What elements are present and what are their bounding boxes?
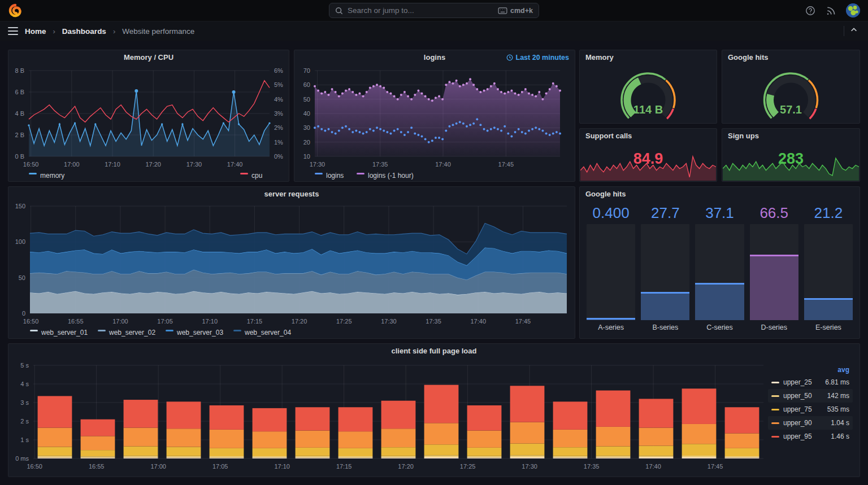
axis-label[interactable]: cpu <box>251 172 262 180</box>
logins-point[interactable] <box>552 132 554 134</box>
logins-point[interactable] <box>335 132 337 134</box>
logins-point[interactable] <box>462 123 465 125</box>
bar-segment-upper_25[interactable] <box>167 457 201 458</box>
logins-point[interactable] <box>386 131 388 133</box>
bar-segment-upper_90[interactable] <box>381 429 416 447</box>
logins-point[interactable] <box>445 129 447 132</box>
bar-segment-upper_90[interactable] <box>596 427 631 447</box>
panel-title[interactable]: server requests <box>8 187 575 202</box>
bar-segment-upper_25[interactable] <box>38 457 72 458</box>
logins-point[interactable] <box>541 129 544 132</box>
bar-segment-upper_90[interactable] <box>210 430 244 448</box>
panel-title[interactable]: Sign ups <box>722 129 860 143</box>
bar-segment-upper_95[interactable] <box>553 401 588 430</box>
bar-segment-upper_75[interactable] <box>553 447 588 456</box>
logins-point[interactable] <box>345 125 347 128</box>
help-icon[interactable] <box>805 6 815 16</box>
logins-point[interactable] <box>379 128 381 130</box>
bar-segment-upper_95[interactable] <box>253 408 287 431</box>
bar-segment-upper_90[interactable] <box>253 431 287 448</box>
logins-point[interactable] <box>362 132 364 134</box>
bar-segment-upper_75[interactable] <box>338 448 373 456</box>
logins-point[interactable] <box>469 124 471 126</box>
logins-point[interactable] <box>338 129 340 132</box>
bar-segment-upper_90[interactable] <box>296 431 330 448</box>
bar-segment-upper_50[interactable] <box>553 456 588 458</box>
bar-segment-upper_50[interactable] <box>424 456 459 457</box>
bar-gauge-column[interactable]: 37.1C-series <box>695 202 744 334</box>
logins-point[interactable] <box>369 128 371 130</box>
bar-segment-upper_25[interactable] <box>124 457 158 458</box>
logins-point[interactable] <box>355 129 357 132</box>
bar-segment-upper_95[interactable] <box>467 405 502 431</box>
bar-segment-upper_95[interactable] <box>124 400 158 428</box>
bar-segment-upper_25[interactable] <box>253 457 287 458</box>
bar-segment-upper_90[interactable] <box>424 423 459 444</box>
panel-title[interactable]: client side full page load <box>8 344 860 359</box>
logins-point[interactable] <box>317 125 319 128</box>
bar-segment-upper_50[interactable] <box>639 456 674 457</box>
page-load-chart[interactable]: 16:5016:5517:0017:0517:1017:1517:2017:25… <box>8 359 860 477</box>
bar-segment-upper_75[interactable] <box>81 450 115 456</box>
bar-segment-upper_75[interactable] <box>253 448 287 456</box>
logins-point[interactable] <box>521 131 523 133</box>
bar-segment-upper_25[interactable] <box>596 457 631 458</box>
bar-gauge-column[interactable]: 27.7B-series <box>641 202 689 334</box>
bar-segment-upper_25[interactable] <box>296 457 330 458</box>
bar-segment-upper_75[interactable] <box>296 448 330 456</box>
bar-segment-upper_25[interactable] <box>725 457 760 458</box>
legend-sort-avg[interactable]: avg <box>837 366 849 374</box>
bar-segment-upper_95[interactable] <box>725 407 760 433</box>
bar-segment-upper_50[interactable] <box>81 456 115 457</box>
news-rss-icon[interactable] <box>826 6 836 16</box>
logins-point[interactable] <box>490 128 492 130</box>
logins-point[interactable] <box>324 129 326 132</box>
logins-point[interactable] <box>403 134 406 136</box>
bar-segment-upper_90[interactable] <box>725 433 760 448</box>
bar-segment-upper_25[interactable] <box>467 457 502 458</box>
bar-segment-upper_25[interactable] <box>81 458 115 458</box>
logins-point[interactable] <box>320 128 323 130</box>
logins-point[interactable] <box>407 131 409 133</box>
bar-segment-upper_90[interactable] <box>38 428 72 447</box>
bar-segment-upper_95[interactable] <box>296 407 330 430</box>
axis-label[interactable]: logins (-1 hour) <box>368 172 414 180</box>
bar-segment-upper_90[interactable] <box>467 431 502 448</box>
bar-segment-upper_95[interactable] <box>167 401 201 429</box>
bar-segment-upper_50[interactable] <box>253 456 287 457</box>
logins-point[interactable] <box>466 125 468 128</box>
bar-segment-upper_90[interactable] <box>553 430 588 447</box>
bar-segment-upper_95[interactable] <box>338 407 373 431</box>
bar-segment-upper_75[interactable] <box>596 447 631 456</box>
bar-segment-upper_75[interactable] <box>467 448 502 456</box>
logins-point[interactable] <box>528 129 530 132</box>
bar-segment-upper_25[interactable] <box>553 457 588 458</box>
bar-segment-upper_25[interactable] <box>338 458 373 458</box>
google-hits-gauge[interactable]: 57.1 <box>722 65 860 123</box>
bar-segment-upper_90[interactable] <box>81 436 115 450</box>
bar-segment-upper_90[interactable] <box>167 429 201 447</box>
logins-point[interactable] <box>327 128 329 130</box>
logins-point[interactable] <box>420 136 423 138</box>
search-input[interactable]: Search or jump to... cmd+k <box>329 3 539 18</box>
breadcrumb-dashboards[interactable]: Dashboards <box>62 27 106 36</box>
legend-series-name[interactable]: upper_95 <box>783 432 812 440</box>
bar-segment-upper_75[interactable] <box>639 446 674 456</box>
panel-title[interactable]: Google hits <box>722 50 860 65</box>
logins-point[interactable] <box>514 131 517 133</box>
bar-segment-upper_75[interactable] <box>124 447 158 456</box>
logins-point[interactable] <box>459 121 461 123</box>
bar-segment-upper_50[interactable] <box>338 456 373 458</box>
logins-point[interactable] <box>500 129 502 132</box>
logins-point[interactable] <box>397 128 399 130</box>
logins-point[interactable] <box>414 132 416 134</box>
bar-segment-upper_25[interactable] <box>510 457 545 458</box>
bar-segment-upper_75[interactable] <box>381 447 416 456</box>
bar-segment-upper_50[interactable] <box>596 456 631 457</box>
bar-segment-upper_75[interactable] <box>682 444 717 456</box>
panel-title[interactable]: Support calls <box>580 129 717 143</box>
logins-point[interactable] <box>549 134 551 136</box>
logins-point[interactable] <box>555 131 558 133</box>
bar-segment-upper_95[interactable] <box>682 388 717 424</box>
bar-segment-upper_95[interactable] <box>38 396 72 427</box>
